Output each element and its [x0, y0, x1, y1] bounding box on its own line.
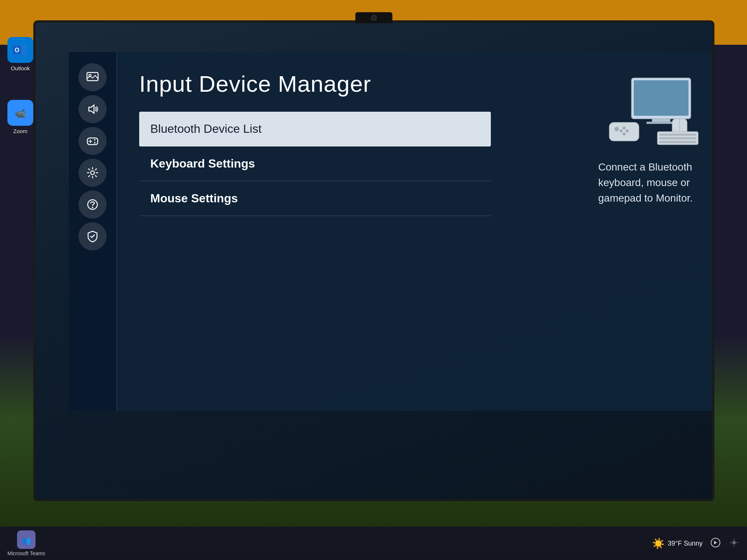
desktop-icon-outlook[interactable]: O Outlook: [7, 37, 33, 71]
monitor-screen: Input Device Manager Bluetooth Device Li…: [36, 23, 712, 499]
teams-icon: 👥: [17, 530, 36, 549]
menu-item-bluetooth[interactable]: Bluetooth Device List: [139, 112, 491, 146]
sidebar-item-picture[interactable]: [78, 63, 107, 91]
taskbar-right: ☀️ 39°F Sunny: [652, 537, 740, 550]
teams-label: Microsoft Teams: [7, 550, 45, 556]
monitor-bezel: Input Device Manager Bluetooth Device Li…: [33, 20, 714, 501]
tray-icon: [728, 537, 740, 548]
svg-point-20: [614, 127, 619, 131]
svg-point-14: [92, 207, 93, 208]
weather-temp: 39°F Sunny: [668, 540, 703, 547]
svg-point-11: [94, 142, 96, 144]
device-illustration-svg: [602, 74, 712, 148]
notification-icon: [710, 537, 721, 548]
sidebar-item-game[interactable]: [78, 127, 107, 155]
svg-rect-18: [646, 122, 676, 124]
outlook-icon: O: [7, 37, 33, 63]
menu-item-keyboard[interactable]: Keyboard Settings: [139, 146, 491, 181]
weather-icon: ☀️: [652, 537, 665, 550]
main-content: Input Device Manager Bluetooth Device Li…: [117, 52, 587, 411]
menu-items: Bluetooth Device List Keyboard Settings …: [139, 112, 491, 216]
svg-point-21: [623, 126, 626, 129]
svg-rect-16: [634, 80, 689, 116]
svg-text:📹: 📹: [15, 108, 26, 119]
svg-point-22: [626, 129, 629, 132]
svg-text:O: O: [15, 47, 19, 53]
svg-point-34: [732, 541, 736, 544]
time-display: [710, 537, 721, 550]
taskbar-teams[interactable]: 👥 Microsoft Teams: [7, 530, 45, 556]
sidebar-item-sound[interactable]: [78, 95, 107, 123]
desktop-icon-zoom[interactable]: 📹 Zoom: [7, 100, 33, 134]
sidebar-item-support[interactable]: [78, 190, 107, 219]
weather-widget: ☀️ 39°F Sunny: [652, 537, 703, 550]
desktop: O Outlook 📹 Zoom: [0, 0, 747, 560]
svg-rect-17: [652, 119, 670, 122]
sidebar-item-security[interactable]: [78, 222, 107, 250]
system-tray[interactable]: [728, 537, 740, 550]
page-title: Input Device Manager: [139, 71, 565, 97]
menu-item-mouse[interactable]: Mouse Settings: [139, 181, 491, 216]
svg-point-10: [94, 139, 96, 141]
svg-point-23: [620, 129, 623, 132]
description-text: Connect a Bluetooth keyboard, mouse or g…: [598, 159, 712, 206]
device-illustration: [602, 74, 712, 148]
taskbar-left: 👥 Microsoft Teams: [7, 530, 45, 556]
sidebar-item-settings[interactable]: [78, 159, 107, 187]
svg-point-12: [91, 171, 94, 175]
taskbar: 👥 Microsoft Teams ☀️ 39°F Sunny: [0, 527, 747, 560]
zoom-icon: 📹: [7, 100, 33, 126]
zoom-label: Zoom: [13, 128, 27, 134]
svg-rect-28: [659, 134, 696, 136]
svg-rect-19: [609, 122, 639, 141]
outlook-label: Outlook: [11, 65, 30, 71]
right-panel: Connect a Bluetooth keyboard, mouse or g…: [587, 52, 712, 411]
svg-point-24: [623, 132, 626, 135]
tv-menu: Input Device Manager Bluetooth Device Li…: [69, 52, 712, 411]
svg-rect-30: [659, 141, 696, 143]
svg-text:👥: 👥: [21, 536, 31, 545]
sidebar-nav: [69, 52, 117, 411]
svg-rect-29: [659, 137, 696, 139]
